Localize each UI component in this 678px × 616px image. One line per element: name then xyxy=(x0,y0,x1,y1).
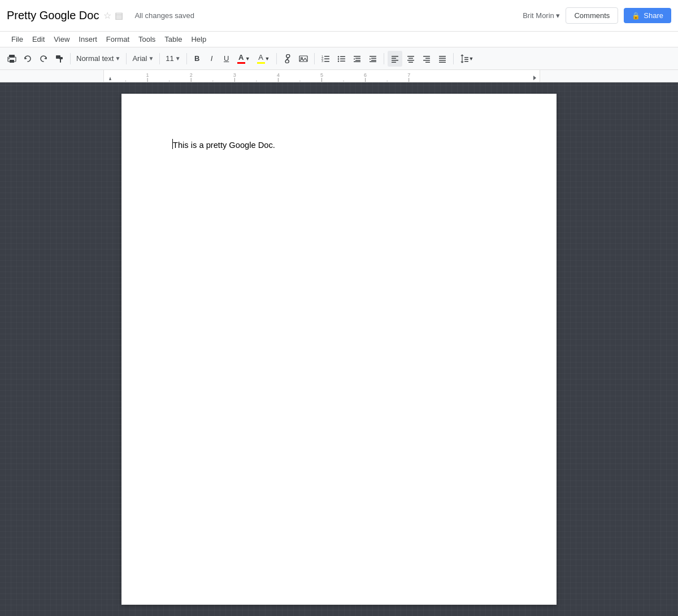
highlight-bar xyxy=(257,62,265,64)
svg-point-16 xyxy=(337,56,338,57)
divider-4 xyxy=(186,53,187,64)
user-name[interactable]: Brit Morin ▾ xyxy=(523,11,560,20)
line-spacing-button[interactable]: ▼ xyxy=(457,51,477,67)
font-label: Arial xyxy=(132,54,147,63)
svg-rect-22 xyxy=(354,56,360,57)
svg-rect-25 xyxy=(354,61,360,62)
svg-rect-11 xyxy=(324,56,329,57)
svg-text:3.: 3. xyxy=(321,59,324,63)
svg-text:5: 5 xyxy=(320,72,323,78)
divider-1 xyxy=(70,53,71,64)
svg-text:3: 3 xyxy=(233,72,236,78)
text-color-indicator: A xyxy=(237,53,245,64)
svg-rect-35 xyxy=(408,58,413,59)
justify-button[interactable] xyxy=(435,51,450,67)
bold-button[interactable]: B xyxy=(190,51,204,67)
font-arrow: ▼ xyxy=(148,55,154,62)
svg-point-20 xyxy=(337,60,338,62)
text-color-arrow: ▼ xyxy=(245,56,250,62)
svg-rect-36 xyxy=(407,60,414,61)
svg-rect-39 xyxy=(425,58,430,59)
svg-rect-34 xyxy=(407,56,414,57)
svg-rect-24 xyxy=(355,60,360,61)
style-arrow: ▼ xyxy=(115,55,120,62)
menu-view[interactable]: View xyxy=(49,34,74,45)
redo-button[interactable] xyxy=(36,51,51,67)
align-center-button[interactable] xyxy=(403,51,418,67)
align-right-button[interactable] xyxy=(419,51,434,67)
underline-indicator: U xyxy=(224,54,229,63)
canvas-area: This is a pretty Google Doc. xyxy=(0,82,678,616)
svg-rect-30 xyxy=(392,56,398,57)
save-status: All changes saved xyxy=(134,11,523,20)
align-left-button[interactable] xyxy=(388,51,402,67)
font-selector[interactable]: Arial ▼ xyxy=(130,51,156,67)
svg-text:7: 7 xyxy=(407,72,410,78)
menu-table[interactable]: Table xyxy=(160,34,186,45)
underline-button[interactable]: U xyxy=(220,51,233,67)
style-label: Normal text xyxy=(76,54,114,63)
svg-rect-5 xyxy=(59,57,63,59)
svg-text:2: 2 xyxy=(190,72,193,78)
svg-rect-44 xyxy=(439,60,446,61)
divider-7 xyxy=(384,53,384,64)
folder-icon[interactable]: ▤ xyxy=(115,10,123,21)
menu-file[interactable]: File xyxy=(7,34,28,45)
svg-rect-21 xyxy=(340,60,345,62)
svg-rect-48 xyxy=(464,59,468,60)
unordered-list-button[interactable] xyxy=(334,51,349,67)
svg-rect-47 xyxy=(464,57,468,58)
font-size-selector[interactable]: 11 ▼ xyxy=(163,51,182,67)
highlight-button[interactable]: A ▼ xyxy=(254,51,273,67)
style-selector[interactable]: Normal text ▼ xyxy=(74,51,123,67)
svg-rect-43 xyxy=(439,58,446,59)
menu-help[interactable]: Help xyxy=(186,34,211,45)
svg-rect-29 xyxy=(370,61,376,62)
divider-6 xyxy=(314,53,315,64)
svg-rect-15 xyxy=(324,61,329,62)
text-color-bar xyxy=(237,62,245,64)
print-button[interactable] xyxy=(5,51,19,67)
undo-button[interactable] xyxy=(20,51,35,67)
svg-point-18 xyxy=(337,58,338,59)
svg-marker-50 xyxy=(109,77,111,80)
svg-rect-42 xyxy=(439,56,446,57)
divider-5 xyxy=(276,53,277,64)
highlight-indicator: A xyxy=(257,53,265,64)
decrease-indent-button[interactable] xyxy=(350,51,364,67)
right-controls: Brit Morin ▾ Comments 🔒 Share xyxy=(523,7,671,24)
menu-tools[interactable]: Tools xyxy=(134,34,160,45)
svg-rect-28 xyxy=(371,60,376,61)
svg-rect-26 xyxy=(370,56,376,57)
menu-insert[interactable]: Insert xyxy=(74,34,102,45)
comments-button[interactable]: Comments xyxy=(566,7,618,24)
image-button[interactable] xyxy=(296,51,311,67)
share-label: Share xyxy=(644,11,663,20)
italic-button[interactable]: I xyxy=(205,51,219,67)
ordered-list-button[interactable]: 1.2.3. xyxy=(318,51,333,67)
svg-text:6: 6 xyxy=(364,72,367,78)
share-button[interactable]: 🔒 Share xyxy=(624,8,671,23)
menu-format[interactable]: Format xyxy=(102,34,134,45)
divider-3 xyxy=(159,53,160,64)
doc-title[interactable]: Pretty Google Doc xyxy=(7,9,99,22)
increase-indent-button[interactable] xyxy=(366,51,380,67)
doc-page[interactable]: This is a pretty Google Doc. xyxy=(121,94,557,605)
star-icon[interactable]: ☆ xyxy=(103,10,111,21)
title-bar: Pretty Google Doc ☆ ▤ All changes saved … xyxy=(0,0,678,32)
toolbar: Normal text ▼ Arial ▼ 11 ▼ B I U A ▼ A ▼ xyxy=(0,47,678,70)
text-color-button[interactable]: A ▼ xyxy=(234,51,253,67)
paint-format-button[interactable] xyxy=(52,51,67,67)
link-button[interactable] xyxy=(280,51,295,67)
divider-2 xyxy=(126,53,127,64)
menu-edit[interactable]: Edit xyxy=(28,34,49,45)
svg-rect-41 xyxy=(425,62,430,63)
highlight-arrow: ▼ xyxy=(265,56,270,62)
svg-rect-27 xyxy=(371,58,376,59)
document-text-line: This is a pretty Google Doc. xyxy=(172,139,506,151)
lock-icon: 🔒 xyxy=(632,12,640,20)
font-size-arrow: ▼ xyxy=(175,55,181,62)
doc-content[interactable]: This is a pretty Google Doc. xyxy=(172,139,506,478)
svg-rect-37 xyxy=(408,62,413,63)
svg-text:4: 4 xyxy=(277,72,280,78)
